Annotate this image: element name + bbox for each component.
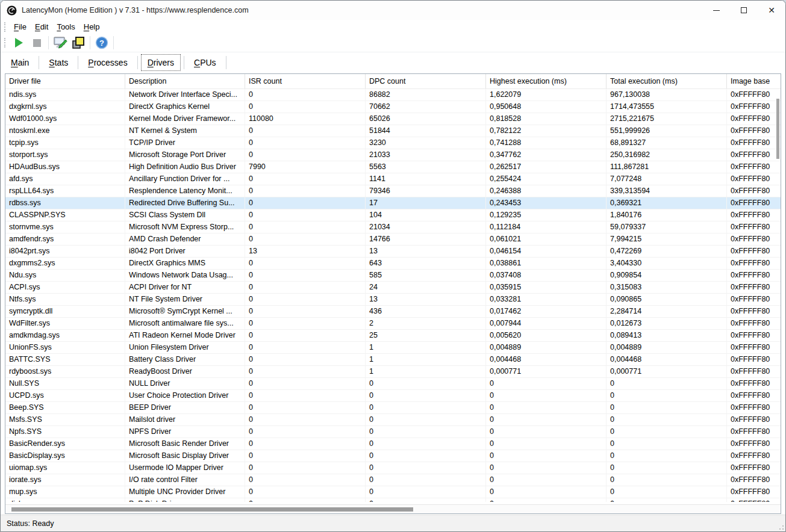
cell-total_execution_ms: 59,079337 (607, 221, 727, 233)
cell-isr_count: 0 (245, 438, 366, 450)
start-monitor-button[interactable] (10, 35, 28, 51)
table-row[interactable]: amdkmdag.sysATI Radeon Kernel Mode Drive… (5, 330, 781, 342)
table-row[interactable]: BATTC.SYSBattery Class Driver010,0044680… (5, 354, 781, 366)
horizontal-scrollbar[interactable] (5, 504, 781, 513)
cell-driver_file: amdfendr.sys (5, 234, 125, 245)
menu-item-edit[interactable]: Edit (31, 20, 52, 33)
menu-item-file[interactable]: File (10, 20, 31, 33)
cell-image_base: 0xFFFFF80 (727, 149, 781, 161)
cell-dpc_count: 585 (366, 270, 486, 281)
tab-cpus[interactable]: CPUs (187, 54, 223, 71)
table-row[interactable]: WdFilter.sysMicrosoft antimalware file s… (5, 318, 781, 330)
table-row[interactable]: rdyboost.sysReadyBoost Driver010,0007710… (5, 366, 781, 378)
table-row[interactable]: dxgmms2.sysDirectX Graphics MMS06430,038… (5, 258, 781, 270)
table-row[interactable]: Npfs.SYSNPFS Driver00000xFFFFF80 (5, 426, 781, 438)
cell-dpc_count: 0 (366, 378, 486, 389)
table-row[interactable]: ACPI.sysACPI Driver for NT0240,0359150,3… (5, 282, 781, 294)
cell-highest_execution_ms: 0 (486, 462, 607, 474)
column-header-dpc_count[interactable]: DPC count (366, 74, 486, 88)
cell-isr_count: 0 (245, 450, 366, 462)
maximize-button[interactable] (730, 1, 758, 20)
table-row[interactable]: ntoskrnl.exeNT Kernel & System0518440,78… (5, 125, 781, 137)
table-row[interactable]: Null.SYSNULL Driver00000xFFFFF80 (5, 378, 781, 390)
column-header-driver_file[interactable]: Driver file (5, 74, 125, 88)
table-row[interactable]: Ntfs.sysNT File System Driver0130,033281… (5, 294, 781, 306)
vertical-scrollbar-thumb[interactable] (776, 99, 779, 159)
cell-description: Microsoft® SymCrypt Kernel ... (125, 306, 245, 317)
tab-separator (226, 56, 226, 69)
column-header-total_execution_ms[interactable]: Total execution (ms) (607, 74, 727, 88)
table-row[interactable]: rdbss.sysRedirected Drive Buffering Su..… (5, 197, 781, 209)
cell-description: High Definition Audio Bus Driver (125, 161, 245, 173)
stop-monitor-button[interactable] (28, 35, 46, 51)
cell-driver_file: mup.sys (5, 486, 125, 498)
cell-description: Microsoft Basic Display Driver (125, 450, 245, 462)
tab-drivers[interactable]: Drivers (141, 54, 181, 71)
cell-description: Ancillary Function Driver for ... (125, 173, 245, 185)
table-row[interactable]: uiomap.sysUsermode IO Mapper Driver00000… (5, 462, 781, 474)
cell-total_execution_ms: 339,313594 (607, 185, 727, 197)
cell-description: Microsoft Storage Port Driver (125, 149, 245, 161)
latencymon-window: LatencyMon (Home Edition ) v 7.31 - http… (0, 0, 786, 532)
minimize-button[interactable] (702, 1, 730, 20)
cell-description: Battery Class Driver (125, 354, 245, 365)
table-row[interactable]: HDAudBus.sysHigh Definition Audio Bus Dr… (5, 161, 781, 173)
table-row[interactable]: amdfendr.sysAMD Crash Defender0147660,06… (5, 234, 781, 246)
resize-grip[interactable] (776, 522, 784, 530)
table-row[interactable]: Beep.SYSBEEP Driver00000xFFFFF80 (5, 402, 781, 414)
cell-total_execution_ms: 0 (607, 450, 727, 462)
cell-highest_execution_ms: 0,017462 (486, 306, 607, 317)
table-row[interactable]: storport.sysMicrosoft Storage Port Drive… (5, 149, 781, 161)
table-row[interactable]: Ndu.sysWindows Network Data Usag...05850… (5, 270, 781, 282)
horizontal-scrollbar-thumb[interactable] (11, 507, 413, 512)
tab-processes[interactable]: Processes (81, 54, 134, 71)
cell-driver_file: Wdf01000.sys (5, 113, 125, 125)
table-row[interactable]: mup.sysMultiple UNC Provider Driver00000… (5, 486, 781, 498)
cell-isr_count: 0 (245, 282, 366, 293)
tab-stats[interactable]: Stats (42, 54, 75, 71)
table-row[interactable]: UCPD.sysUser Choice Protection Driver000… (5, 390, 781, 402)
close-button[interactable]: ✕ (758, 1, 785, 20)
table-row[interactable]: BasicDisplay.sysMicrosoft Basic Display … (5, 450, 781, 462)
table-row[interactable]: Wdf01000.sysKernel Mode Driver Framewor.… (5, 113, 781, 125)
table-row[interactable]: symcryptk.dllMicrosoft® SymCrypt Kernel … (5, 306, 781, 318)
menu-item-help[interactable]: Help (80, 20, 104, 33)
table-row[interactable]: CLASSPNP.SYSSCSI Class System Dll01040,1… (5, 209, 781, 221)
column-header-highest_execution_ms[interactable]: Highest execution (ms) (486, 74, 607, 88)
cell-image_base: 0xFFFFF80 (727, 197, 781, 209)
table-row[interactable]: afd.sysAncillary Function Driver for ...… (5, 173, 781, 185)
table-row[interactable]: ndis.sysNetwork Driver Interface Speci..… (5, 89, 781, 101)
cell-highest_execution_ms: 0 (486, 450, 607, 462)
cell-description: Multiple UNC Provider Driver (125, 486, 245, 498)
table-row[interactable]: BasicRender.sysMicrosoft Basic Render Dr… (5, 438, 781, 450)
column-header-image_base[interactable]: Image base (727, 74, 781, 88)
processes-window-button[interactable] (69, 35, 87, 51)
table-row[interactable]: Msfs.SYSMailslot driver00000xFFFFF80 (5, 414, 781, 426)
menu-item-tools[interactable]: Tools (52, 20, 79, 33)
table-row[interactable]: stornvme.sysMicrosoft NVM Express Storp.… (5, 221, 781, 234)
cell-isr_count: 0 (245, 366, 366, 377)
cell-highest_execution_ms: 0 (486, 498, 607, 502)
table-row[interactable]: disk.sysPnP Disk Driver00000xFFFFF80 (5, 498, 781, 502)
tab-main[interactable]: Main (4, 54, 36, 71)
column-header-description[interactable]: Description (125, 74, 245, 88)
cell-total_execution_ms: 0,369321 (607, 197, 727, 209)
table-row[interactable]: tcpip.sysTCP/IP Driver032300,74128868,89… (5, 137, 781, 149)
table-row[interactable]: UnionFS.sysUnion Filesystem Driver010,00… (5, 342, 781, 354)
drivers-table: Driver fileDescriptionISR countDPC count… (5, 73, 781, 514)
cell-isr_count: 0 (245, 354, 366, 365)
table-row[interactable]: i8042prt.sysi8042 Port Driver13130,04615… (5, 246, 781, 258)
table-row[interactable]: iorate.sysI/O rate control Filter00000xF… (5, 474, 781, 486)
table-row[interactable]: rspLLL64.sysResplendence Latency Monit..… (5, 185, 781, 197)
column-header-isr_count[interactable]: ISR count (245, 74, 366, 88)
cell-image_base: 0xFFFFF80 (727, 306, 781, 317)
cell-total_execution_ms: 0 (607, 402, 727, 413)
cell-image_base: 0xFFFFF80 (727, 282, 781, 293)
cell-dpc_count: 0 (366, 486, 486, 498)
vertical-scrollbar[interactable] (775, 90, 780, 503)
cell-dpc_count: 70662 (366, 101, 486, 113)
table-row[interactable]: dxgkrnl.sysDirectX Graphics Kernel070662… (5, 101, 781, 113)
help-button[interactable]: ? (93, 35, 111, 51)
options-button[interactable] (51, 35, 69, 51)
cell-description: Microsoft Basic Render Driver (125, 438, 245, 450)
